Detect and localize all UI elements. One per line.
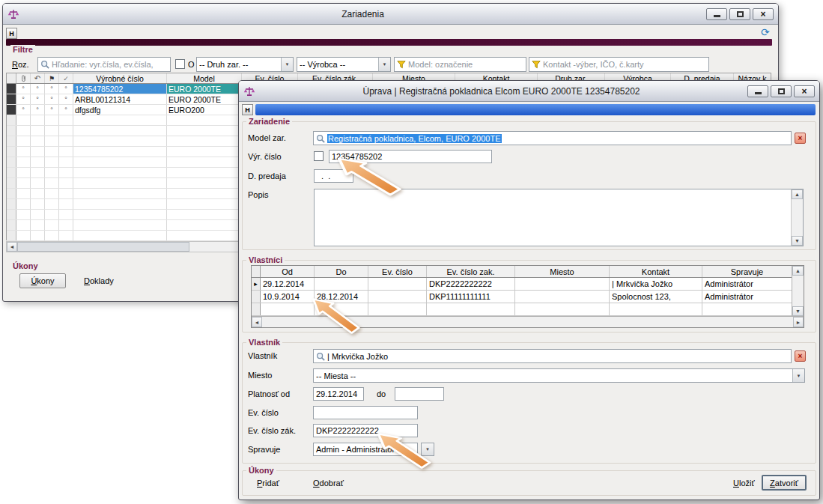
refresh-icon[interactable]: ⟳ [761,27,770,37]
kontakt-cell[interactable]: Spolocnost 123, [610,291,702,303]
search-input[interactable]: Hľadanie: vyr.čísla, ev.čísla, [37,57,171,72]
column-header-ev-cislo[interactable]: Ev. číslo [368,266,427,277]
odobrat-button[interactable]: Odobrať [313,479,344,488]
chevron-down-icon[interactable]: ▼ [281,58,293,71]
close-button[interactable]: × [794,85,815,97]
clear-model-button[interactable]: × [795,133,806,144]
column-header-model[interactable]: Model [167,73,242,83]
column-header-kontakt[interactable]: Kontakt [610,266,702,277]
scrollbar-track[interactable] [792,276,804,306]
miesto-cell[interactable] [515,278,610,290]
empty-cell [31,115,45,125]
miesto-cell[interactable] [515,291,610,303]
empty-cell [45,199,59,209]
column-header-od[interactable]: Od [261,266,315,277]
scroll-left-button[interactable]: ◄ [7,242,17,252]
ukony-button[interactable]: Úkony [19,273,66,288]
empty-cell [16,147,31,157]
model-cell[interactable]: EURO 2000TE [167,94,242,104]
owner-row-current[interactable]: ▸ 29.12.2014 DKP2222222222 | Mrkvička Jo… [252,278,792,291]
spravuje-cell[interactable]: Administrátor [702,278,792,290]
sale-date-value: . . [317,171,330,180]
row-selector-cell [7,189,16,198]
ev-cislo-zak-cell[interactable]: DKP11111111111 [427,291,515,303]
druh-select[interactable]: -- Druh zar. -- ▼ [196,57,294,72]
od-cell[interactable]: 10.9.2014 [261,291,315,303]
column-header-miesto[interactable]: Miesto [515,266,610,277]
maximize-icon [778,88,785,94]
empty-cell [427,303,515,315]
maximize-button[interactable] [771,85,792,97]
scroll-down-button[interactable]: ▼ [792,236,803,246]
textarea-scrollbar[interactable]: ▲ ▼ [791,189,803,246]
column-header-vyrobne-cislo[interactable]: Výrobné číslo [73,73,167,83]
platnost-od-label: Platnosť od [248,389,290,398]
row-selector-cell[interactable] [7,84,16,94]
model-cell[interactable]: EURO200 [167,105,242,115]
miesto-select[interactable]: -- Miesta -- ▼ [313,368,805,383]
ulozit-button[interactable]: Uložiť [733,479,755,488]
serial-cell[interactable]: ARBL00121314 [73,94,167,104]
o-checkbox[interactable] [175,59,185,69]
close-button[interactable]: × [753,8,774,20]
kontakt-filter-input[interactable]: Kontakt -výber, IČO, č.karty [529,57,709,72]
column-header-spravuje[interactable]: Spravuje [702,266,792,277]
do-cell[interactable] [315,278,368,290]
column-header-do[interactable]: Do [315,266,368,277]
roz-label[interactable]: Roz. [12,60,29,69]
scroll-up-button[interactable]: ▲ [792,189,803,199]
chevron-down-icon[interactable]: ▼ [792,369,804,382]
kontakt-cell[interactable]: | Mrkvička Jožko [610,278,702,290]
model-filter-placeholder: Model: označenie [408,60,473,69]
paperclip-icon[interactable] [16,73,31,83]
maximize-button[interactable] [729,8,750,20]
edit-titlebar[interactable]: Úprava | Registračná pokladnica Elcom EU… [239,81,819,102]
model-cell[interactable]: EURO 2000TE [167,84,242,94]
platnost-do-input[interactable] [395,387,444,401]
serial-checkbox[interactable] [314,151,324,161]
model-input[interactable]: Registračná pokladnica, Elcom, EURO 2000… [313,131,792,145]
scroll-left-button[interactable]: ◄ [252,317,262,327]
h-menu-button[interactable]: H [6,28,17,39]
spravuje-cell[interactable]: Administrátor [702,291,792,303]
ev-cislo-input[interactable] [313,406,418,419]
vertical-scrollbar[interactable]: ▲ ▼ [792,266,804,316]
ev-cislo-cell[interactable] [368,291,427,303]
undo-icon[interactable]: ↶ [31,73,45,83]
od-cell[interactable]: 29.12.2014 [261,278,315,290]
platnost-od-input[interactable]: 29.12.2014 [313,387,364,401]
column-header-ev-cislo-zak[interactable]: Ev. číslo zak. [427,266,515,277]
vyrobca-select[interactable]: -- Výrobca -- ▼ [297,57,391,72]
scrollbar-thumb[interactable] [17,242,189,252]
ev-cislo-zak-cell[interactable]: DKP2222222222 [427,278,515,290]
pridat-button[interactable]: Pridať [257,479,279,488]
chevron-down-icon[interactable]: ▼ [378,58,390,71]
model-filter-input[interactable]: Model: označenie [394,57,526,72]
ev-cislo-cell[interactable] [368,278,427,290]
scroll-right-button[interactable]: ► [793,317,804,327]
serial-cell[interactable]: 12354785202 [73,84,167,94]
close-icon: × [798,352,803,360]
row-selector-cell[interactable] [7,94,16,104]
clear-vlastnik-button[interactable]: × [795,350,806,362]
search-icon [316,352,325,361]
row-selector-cell [7,147,16,157]
doklady-button[interactable]: Doklady [84,276,114,285]
minimize-button[interactable] [706,8,727,20]
empty-cell [45,157,59,167]
miesto-select-value: -- Miesta -- [316,371,356,380]
flag-icon[interactable]: ⚑ [45,73,59,83]
row-selector-cell[interactable] [7,105,16,115]
close-icon: × [760,10,765,19]
minimize-button[interactable] [747,85,768,97]
vlastnik-input[interactable]: | Mrkvička Jožko [313,349,792,363]
empty-cell [16,231,31,240]
scroll-down-button[interactable]: ▼ [792,306,804,316]
zatvorit-button[interactable]: Zatvoriť [762,475,807,491]
row-selector-cell[interactable] [252,291,261,303]
scroll-up-button[interactable]: ▲ [792,266,804,276]
serial-cell[interactable]: dfgsdfg [73,105,167,115]
devices-titlebar[interactable]: Zariadenia × [3,4,778,25]
check-icon[interactable]: ✓ [59,73,73,83]
h-menu-button[interactable]: H [242,104,253,115]
